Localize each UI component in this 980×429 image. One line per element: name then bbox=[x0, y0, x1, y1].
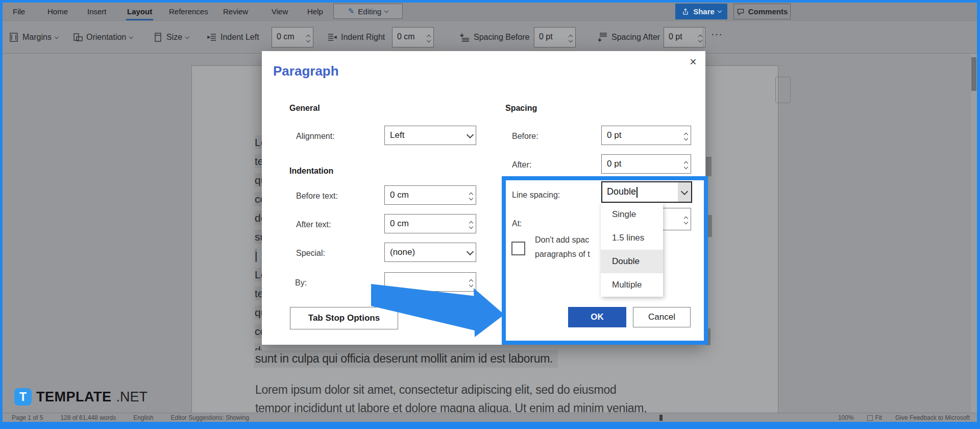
chevron-down-icon bbox=[718, 9, 722, 13]
fit-toggle[interactable]: Fit bbox=[867, 414, 882, 421]
annotation-arrow bbox=[357, 276, 510, 347]
text-fragment: do bbox=[255, 211, 262, 225]
dont-add-space-label-line2: paragraphs of t bbox=[535, 250, 590, 259]
editor-suggestions-status[interactable]: Editor Suggestions: Showing bbox=[171, 414, 249, 421]
menu-layout-active[interactable]: Layout bbox=[127, 6, 152, 17]
text-fragment: Lo bbox=[255, 135, 262, 149]
after-text-value: 0 cm bbox=[390, 219, 409, 229]
margins-button[interactable]: Margins bbox=[9, 30, 58, 45]
spinner-down-icon[interactable] bbox=[569, 38, 573, 42]
feedback-link[interactable]: Give Feedback to Microsoft bbox=[895, 414, 970, 421]
spinner-down-icon[interactable] bbox=[427, 38, 431, 42]
alignment-select[interactable]: Left bbox=[384, 126, 476, 145]
indent-left-icon bbox=[207, 32, 217, 42]
indent-left-label: Indent Left bbox=[220, 33, 259, 42]
app-window: File Home Insert Layout References Revie… bbox=[0, 0, 980, 429]
spacing-before-stepper[interactable]: 0 pt bbox=[534, 27, 576, 47]
spacing-before-group: Spacing Before bbox=[460, 30, 529, 45]
indentation-heading: Indentation bbox=[289, 166, 333, 176]
after-text-stepper[interactable]: 0 cm bbox=[384, 214, 476, 233]
comment-anchor-box[interactable] bbox=[775, 77, 791, 103]
page-info[interactable]: Page 1 of 5 bbox=[12, 414, 43, 421]
chevron-down-icon bbox=[384, 8, 388, 12]
text-fragment: co bbox=[255, 324, 262, 338]
menu-view[interactable]: View bbox=[272, 6, 288, 17]
chevron-down-icon bbox=[467, 248, 474, 255]
chevron-down-icon bbox=[185, 34, 189, 38]
spinner-down-icon[interactable] bbox=[684, 136, 688, 140]
text-fragment: qu bbox=[255, 173, 262, 187]
spinner-down-icon[interactable] bbox=[684, 220, 688, 224]
special-label: Special: bbox=[296, 249, 325, 258]
margins-label: Margins bbox=[22, 33, 52, 42]
indent-right-stepper[interactable]: 0 cm bbox=[392, 27, 434, 47]
indent-right-group: Indent Right bbox=[327, 30, 385, 45]
language-status[interactable]: English bbox=[133, 414, 153, 421]
fit-label: Fit bbox=[875, 414, 882, 421]
menu-references[interactable]: References bbox=[169, 6, 208, 17]
menu-review[interactable]: Review bbox=[223, 6, 248, 17]
spacing-before-stepper[interactable]: 0 pt bbox=[601, 126, 691, 145]
spinner-down-icon[interactable] bbox=[469, 196, 473, 200]
dont-add-space-checkbox[interactable] bbox=[511, 242, 525, 255]
watermark-suffix: .NET bbox=[116, 389, 148, 405]
dropdown-option-single[interactable]: Single bbox=[601, 203, 663, 226]
dimmed-fragment bbox=[706, 157, 712, 176]
comments-icon bbox=[737, 8, 745, 16]
menu-help[interactable]: Help bbox=[307, 6, 323, 17]
orientation-button[interactable]: Orientation bbox=[72, 30, 133, 45]
word-count[interactable]: 128 of 61,448 words bbox=[60, 414, 116, 421]
template-net-watermark: T TEMPLATE .NET bbox=[14, 388, 148, 406]
menu-insert[interactable]: Insert bbox=[87, 6, 107, 17]
text-fragment: su bbox=[255, 230, 262, 244]
spacing-after-stepper[interactable]: 0 pt bbox=[601, 154, 691, 174]
chevron-down-icon bbox=[681, 187, 688, 195]
close-icon[interactable]: × bbox=[687, 55, 700, 68]
dropdown-option-multiple[interactable]: Multiple bbox=[601, 273, 663, 297]
spacing-after-label: After: bbox=[512, 160, 531, 170]
line-spacing-dropdown-list: Single 1.5 lines Double Multiple bbox=[601, 203, 663, 297]
line-spacing-combobox[interactable]: Double bbox=[601, 181, 692, 203]
editing-mode-button[interactable]: ✎ Editing bbox=[333, 4, 403, 19]
scrollbar-thumb[interactable] bbox=[971, 57, 976, 91]
spinner-down-icon[interactable] bbox=[684, 164, 688, 169]
comments-button[interactable]: Comments bbox=[733, 4, 791, 19]
dropdown-option-double-selected[interactable]: Double bbox=[601, 250, 663, 273]
spacing-before-icon bbox=[460, 32, 470, 42]
ok-button[interactable]: OK bbox=[568, 307, 626, 327]
cancel-button[interactable]: Cancel bbox=[633, 307, 691, 327]
orientation-icon bbox=[72, 32, 83, 42]
text-fragment: qu bbox=[255, 305, 262, 319]
alignment-label: Alignment: bbox=[296, 132, 335, 141]
spinner-down-icon[interactable] bbox=[469, 224, 473, 228]
after-text-label: After text: bbox=[296, 220, 331, 229]
combobox-dropdown-button[interactable] bbox=[678, 182, 691, 202]
menu-home[interactable]: Home bbox=[47, 6, 68, 17]
spacing-after-icon bbox=[598, 32, 608, 42]
dropdown-option-1-5-lines[interactable]: 1.5 lines bbox=[601, 226, 663, 250]
zoom-level[interactable]: 100% bbox=[838, 414, 854, 421]
spinner-down-icon[interactable] bbox=[306, 38, 310, 42]
spacing-after-label: Spacing After bbox=[611, 33, 660, 42]
spacing-after-value: 0 pt bbox=[607, 159, 621, 169]
share-icon bbox=[681, 8, 690, 16]
menu-file[interactable]: File bbox=[13, 6, 25, 17]
spacing-after-stepper[interactable]: 0 pt bbox=[664, 27, 705, 47]
size-button[interactable]: Size bbox=[153, 30, 189, 45]
vertical-scrollbar[interactable] bbox=[971, 54, 977, 413]
spinner-down-icon[interactable] bbox=[698, 38, 702, 42]
general-heading: General bbox=[289, 104, 320, 113]
share-button[interactable]: Share bbox=[675, 4, 727, 19]
before-text-stepper[interactable]: 0 cm bbox=[384, 185, 476, 205]
by-label: By: bbox=[295, 278, 307, 288]
fit-checkbox[interactable] bbox=[867, 415, 873, 421]
chevron-down-icon bbox=[467, 131, 474, 138]
indent-left-value: 0 cm bbox=[277, 32, 295, 41]
text-cursor bbox=[636, 187, 638, 198]
special-select[interactable]: (none) bbox=[384, 243, 476, 262]
spacing-before-value: 0 pt bbox=[607, 130, 621, 140]
more-options-button[interactable]: ··· bbox=[711, 28, 723, 40]
size-icon bbox=[153, 32, 163, 42]
indent-left-stepper[interactable]: 0 cm bbox=[272, 27, 313, 47]
watermark-brand: TEMPLATE bbox=[36, 389, 112, 405]
